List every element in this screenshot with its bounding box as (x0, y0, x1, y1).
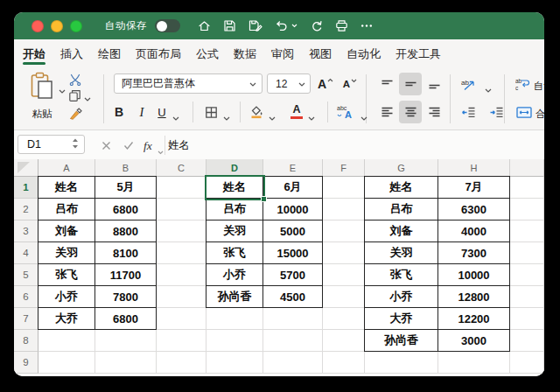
grid-cell-G9[interactable] (365, 352, 438, 374)
cell-G2[interactable]: 吕布 (365, 199, 438, 220)
merge-center-icon[interactable] (514, 102, 534, 122)
cell-H2[interactable]: 6300 (438, 199, 510, 220)
cell-G5[interactable]: 张飞 (365, 264, 438, 286)
column-header-G[interactable]: G (365, 159, 438, 177)
cell-G3[interactable]: 刘备 (365, 220, 438, 242)
italic-button[interactable]: I (135, 102, 149, 122)
column-header-E[interactable]: E (263, 159, 323, 177)
grid-cell-extra-5[interactable] (510, 264, 544, 286)
grid-cell-F5[interactable] (323, 264, 365, 286)
grid-cell-F6[interactable] (323, 286, 365, 308)
column-header-F[interactable]: F (323, 159, 365, 177)
ribbon-tab-6[interactable]: 数据 (234, 39, 256, 68)
grid-cell-F1[interactable] (323, 177, 365, 199)
grid-cell-C9[interactable] (157, 352, 206, 374)
grid-cell-F7[interactable] (323, 308, 365, 330)
copy-icon[interactable] (68, 89, 81, 106)
grid-cell-C6[interactable] (157, 286, 206, 308)
cell-D1[interactable]: 姓名 (206, 177, 263, 199)
fx-chevron-icon[interactable] (158, 143, 164, 158)
cell-B3[interactable]: 8800 (95, 220, 157, 242)
grid-cell-C5[interactable] (157, 264, 206, 286)
cell-E6[interactable]: 4500 (263, 286, 323, 308)
ribbon-tab-7[interactable]: 审阅 (271, 39, 294, 68)
cell-A7[interactable]: 大乔 (38, 308, 95, 330)
grid-cell-F3[interactable] (323, 220, 365, 242)
ribbon-tab-2[interactable]: 插入 (60, 39, 83, 68)
cell-D5[interactable]: 小乔 (206, 264, 263, 286)
cell-H8[interactable]: 3000 (438, 330, 510, 352)
phonetic-chevron-icon[interactable] (360, 109, 368, 125)
cell-A5[interactable]: 张飞 (38, 264, 95, 286)
cell-A1[interactable]: 姓名 (38, 177, 95, 199)
format-painter-icon[interactable] (69, 107, 82, 123)
grid-cell-D8[interactable] (206, 330, 263, 352)
cell-H1[interactable]: 7月 (438, 177, 510, 199)
grid-cell-E9[interactable] (263, 352, 323, 374)
cancel-icon[interactable] (98, 137, 114, 153)
column-header-A[interactable]: A (38, 159, 95, 177)
select-all-corner[interactable] (14, 159, 38, 177)
close-button[interactable] (32, 20, 44, 32)
orientation-chevron-icon[interactable] (485, 81, 492, 97)
cell-A3[interactable]: 刘备 (38, 220, 95, 242)
grid-cell-C3[interactable] (157, 220, 206, 242)
cell-B5[interactable]: 11700 (95, 264, 157, 286)
phonetic-guide-icon[interactable]: abcA (334, 101, 357, 122)
grid-cell-H9[interactable] (438, 352, 510, 374)
enter-icon[interactable] (121, 137, 136, 153)
grid-cell-D7[interactable] (206, 308, 263, 330)
grid-cell-extra-4[interactable] (510, 242, 544, 264)
align-bottom-button[interactable] (424, 74, 444, 94)
row-header-6[interactable]: 6 (14, 286, 38, 308)
cell-B1[interactable]: 5月 (95, 177, 157, 199)
cell-A6[interactable]: 小乔 (38, 286, 95, 308)
grid-cell-B8[interactable] (95, 330, 157, 352)
cell-D4[interactable]: 张飞 (206, 242, 263, 264)
autosave-toggle[interactable] (155, 19, 180, 32)
cell-B2[interactable]: 6800 (95, 199, 157, 220)
orientation-icon[interactable]: ab (457, 74, 480, 94)
align-left-button[interactable] (376, 102, 397, 122)
row-header-3[interactable]: 3 (14, 220, 38, 242)
grid-cell-F9[interactable] (323, 352, 365, 374)
column-header-B[interactable]: B (95, 159, 157, 177)
cell-G7[interactable]: 大乔 (365, 308, 438, 330)
cell-H6[interactable]: 12800 (438, 286, 510, 308)
underline-button[interactable]: U (154, 102, 170, 122)
cell-H4[interactable]: 7300 (438, 242, 510, 264)
redo-icon[interactable] (310, 19, 323, 32)
grid-cell-extra-1[interactable] (510, 177, 544, 199)
cell-H3[interactable]: 4000 (438, 220, 510, 242)
decrease-indent-icon[interactable] (457, 102, 480, 122)
cell-E5[interactable]: 5700 (263, 264, 323, 286)
insert-function-icon[interactable]: fx (144, 137, 152, 153)
align-right-button[interactable] (424, 102, 444, 122)
grid-cell-extra-8[interactable] (510, 330, 544, 352)
fill-color-icon[interactable] (247, 101, 266, 122)
font-name-select[interactable]: 阿里巴巴普惠体 (114, 74, 262, 94)
cut-icon[interactable] (69, 74, 81, 89)
align-middle-button[interactable] (399, 73, 422, 95)
row-header-2[interactable]: 2 (14, 199, 38, 220)
formula-content[interactable]: 姓名 (168, 130, 190, 160)
cell-B4[interactable]: 8100 (95, 242, 157, 264)
grid-cell-extra-3[interactable] (510, 220, 544, 242)
font-color-icon[interactable]: A (289, 101, 304, 122)
merge-center-label[interactable]: 合并后居中 (536, 108, 544, 121)
grid-cell-extra-6[interactable] (510, 286, 544, 308)
column-header-D[interactable]: D (206, 159, 263, 177)
name-box[interactable]: D1 (18, 135, 85, 154)
cell-E3[interactable]: 5000 (263, 220, 323, 242)
undo-icon[interactable] (275, 19, 289, 32)
zoom-button[interactable] (70, 20, 82, 32)
cell-G8[interactable]: 孙尚香 (365, 330, 438, 352)
font-size-select[interactable]: 12 (267, 74, 311, 94)
grid-cell-F8[interactable] (323, 330, 365, 352)
increase-font-button[interactable]: A (315, 74, 336, 94)
cell-D3[interactable]: 关羽 (206, 220, 263, 242)
row-header-9[interactable]: 9 (14, 352, 38, 374)
column-header-C[interactable]: C (157, 159, 206, 177)
underline-chevron-icon[interactable] (172, 109, 179, 125)
grid-cell-C2[interactable] (157, 199, 206, 220)
